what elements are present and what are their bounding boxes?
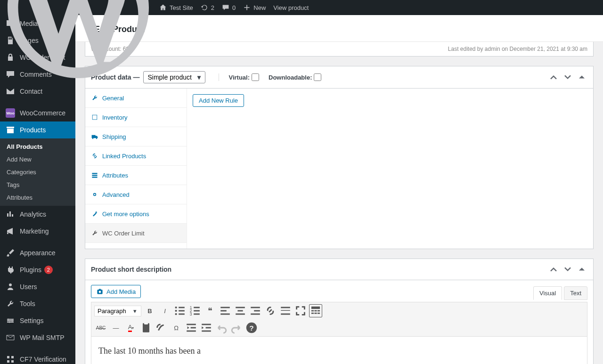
menu-appearance[interactable]: Appearance bbox=[0, 244, 75, 261]
chevron-down-icon[interactable] bbox=[562, 264, 573, 275]
svg-rect-40 bbox=[311, 307, 320, 309]
tab-attributes[interactable]: Attributes bbox=[85, 166, 187, 185]
downloadable-checkbox-label[interactable]: Downloadable: bbox=[269, 73, 321, 81]
align-left-button[interactable] bbox=[219, 304, 232, 317]
new-content[interactable]: New bbox=[239, 0, 269, 15]
clear-formatting-button[interactable] bbox=[155, 321, 168, 334]
site-name[interactable]: Test Site bbox=[155, 0, 197, 15]
svg-rect-27 bbox=[194, 314, 200, 315]
tab-general[interactable]: General bbox=[85, 89, 187, 108]
menu-tools[interactable]: Tools bbox=[0, 295, 75, 312]
collapse-icon[interactable] bbox=[576, 264, 587, 275]
woocommerce-icon: Woo bbox=[6, 108, 15, 118]
chevron-up-icon[interactable] bbox=[548, 264, 559, 275]
admin-bar: Test Site 2 0 New View product bbox=[0, 0, 603, 15]
tab-linked-products[interactable]: Linked Products bbox=[85, 146, 187, 166]
numbered-list-button[interactable]: 123 bbox=[188, 304, 202, 317]
read-more-button[interactable] bbox=[279, 304, 292, 317]
undo-button[interactable] bbox=[215, 321, 228, 334]
svg-rect-51 bbox=[187, 331, 196, 332]
tab-wc-order-limit[interactable]: WC Order Limit bbox=[85, 224, 187, 243]
svg-rect-48 bbox=[144, 323, 148, 324]
editor-content[interactable]: The last 10 months has been a bbox=[91, 336, 587, 364]
svg-rect-44 bbox=[311, 313, 314, 314]
submenu-attributes[interactable]: Attributes bbox=[0, 191, 75, 204]
special-char-button[interactable]: Ω bbox=[170, 321, 183, 334]
menu-plugins[interactable]: Plugins2 bbox=[0, 261, 75, 278]
indent-button[interactable] bbox=[200, 321, 213, 334]
plus-icon bbox=[243, 4, 251, 11]
menu-analytics[interactable]: Analytics bbox=[0, 206, 75, 223]
toolbar-toggle-button[interactable] bbox=[309, 304, 322, 317]
virtual-checkbox-label[interactable]: Virtual: bbox=[228, 73, 259, 81]
tab-advanced[interactable]: Advanced bbox=[85, 185, 187, 204]
text-tab[interactable]: Text bbox=[564, 286, 587, 300]
svg-rect-30 bbox=[220, 314, 230, 315]
virtual-checkbox[interactable] bbox=[252, 73, 259, 81]
hr-button[interactable]: — bbox=[109, 321, 122, 334]
menu-settings[interactable]: Settings bbox=[0, 312, 75, 329]
chevron-down-icon[interactable] bbox=[562, 72, 573, 83]
svg-rect-33 bbox=[236, 314, 245, 315]
submenu-all-products[interactable]: All Products bbox=[0, 140, 75, 153]
add-media-button[interactable]: Add Media bbox=[91, 285, 141, 298]
chevron-up-icon[interactable] bbox=[548, 72, 559, 83]
user-icon bbox=[6, 282, 15, 291]
collapse-icon[interactable] bbox=[576, 72, 587, 83]
bold-button[interactable]: B bbox=[143, 304, 156, 317]
svg-text:3: 3 bbox=[190, 312, 192, 316]
outdent-button[interactable] bbox=[185, 321, 198, 334]
menu-woocommerce[interactable]: WooWooCommerce bbox=[0, 105, 75, 121]
product-data-box: Product data — Simple product Virtual: D… bbox=[85, 66, 594, 249]
italic-button[interactable]: I bbox=[158, 304, 171, 317]
svg-point-1 bbox=[8, 319, 9, 320]
blockquote-button[interactable]: ❝ bbox=[204, 304, 217, 317]
tab-get-more-options[interactable]: Get more options bbox=[85, 204, 187, 224]
help-button[interactable]: ? bbox=[245, 321, 258, 334]
menu-contact[interactable]: Contact bbox=[0, 83, 75, 100]
comments[interactable]: 0 bbox=[218, 0, 239, 15]
updates[interactable]: 2 bbox=[197, 0, 218, 15]
svg-point-16 bbox=[175, 307, 177, 308]
format-select[interactable]: Paragraph bbox=[94, 306, 141, 316]
text-color-button[interactable]: A▾ bbox=[124, 321, 138, 334]
product-type-select[interactable]: Simple product bbox=[143, 71, 205, 83]
strikethrough-button[interactable]: ABC bbox=[94, 321, 107, 334]
svg-rect-32 bbox=[237, 310, 243, 312]
visual-tab[interactable]: Visual bbox=[533, 286, 562, 300]
plugin-update-badge: 2 bbox=[44, 266, 53, 274]
svg-rect-11 bbox=[92, 173, 97, 174]
fullscreen-button[interactable] bbox=[294, 304, 307, 317]
products-icon bbox=[6, 125, 15, 135]
page-title: Edit Product bbox=[94, 24, 594, 34]
menu-wp-mail-smtp[interactable]: WP Mail SMTP bbox=[0, 329, 75, 346]
menu-cf7-verification[interactable]: CF7 Verification bbox=[0, 351, 75, 364]
wp-logo[interactable] bbox=[4, 0, 155, 15]
svg-rect-41 bbox=[311, 310, 314, 312]
menu-users[interactable]: Users bbox=[0, 278, 75, 295]
redo-button[interactable] bbox=[230, 321, 243, 334]
submenu-categories[interactable]: Categories bbox=[0, 166, 75, 178]
plug-icon bbox=[6, 265, 15, 275]
tab-shipping[interactable]: Shipping bbox=[85, 127, 187, 146]
downloadable-checkbox[interactable] bbox=[314, 73, 321, 81]
svg-rect-53 bbox=[206, 327, 211, 329]
menu-marketing[interactable]: Marketing bbox=[0, 223, 75, 240]
submenu-tags[interactable]: Tags bbox=[0, 178, 75, 191]
menu-products[interactable]: Products bbox=[0, 121, 75, 138]
bullet-list-button[interactable] bbox=[173, 304, 187, 317]
svg-rect-54 bbox=[202, 331, 211, 332]
view-product[interactable]: View product bbox=[269, 0, 312, 15]
align-center-button[interactable] bbox=[234, 304, 247, 317]
product-data-tabs: General Inventory Shipping Linked Produc… bbox=[85, 89, 187, 249]
align-right-button[interactable] bbox=[249, 304, 262, 317]
add-new-rule-button[interactable]: Add New Rule bbox=[193, 94, 244, 107]
tab-inventory[interactable]: Inventory bbox=[85, 108, 187, 127]
magic-icon bbox=[91, 210, 98, 218]
link-button[interactable] bbox=[264, 304, 277, 317]
svg-rect-13 bbox=[92, 177, 97, 178]
submenu-add-new[interactable]: Add New bbox=[0, 153, 75, 166]
paste-text-button[interactable] bbox=[139, 321, 153, 334]
last-edited: Last edited by admin on December 21, 202… bbox=[448, 46, 587, 52]
brush-icon bbox=[6, 248, 15, 258]
